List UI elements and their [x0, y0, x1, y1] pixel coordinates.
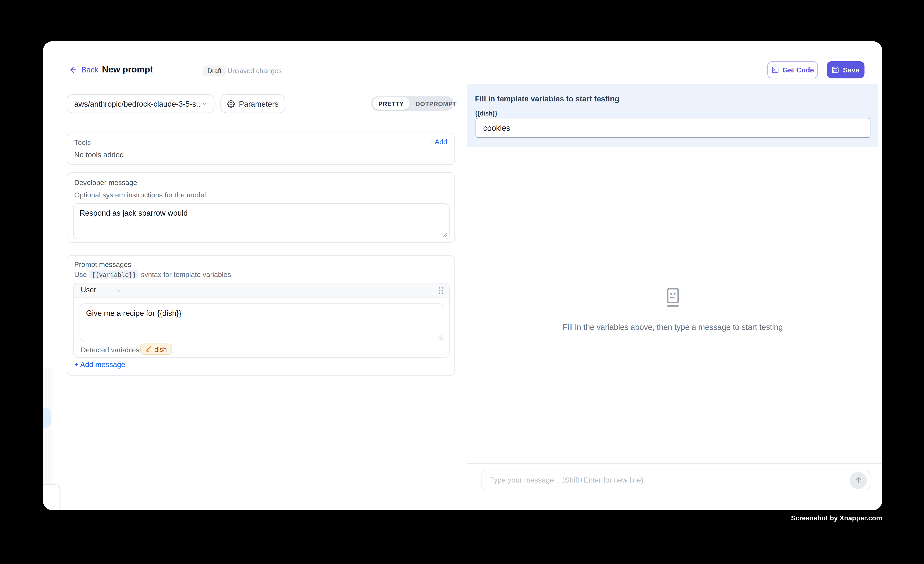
- detected-variables-label: Detected variables:: [81, 346, 141, 354]
- model-selector[interactable]: aws/anthropic/bedrock-claude-3-5-s...: [67, 94, 214, 113]
- prompt-messages-subtitle: Use {{variable}} syntax for template var…: [74, 270, 231, 279]
- unsaved-changes-text: Unsaved changes: [227, 67, 282, 74]
- screenshot-stage: Back New prompt Draft Unsaved changes Ge…: [0, 0, 924, 564]
- chat-message-input[interactable]: [482, 470, 835, 490]
- view-mode-toggle: PRETTY DOTPROMPT: [371, 96, 454, 111]
- variable-name-label: {{dish}}: [475, 110, 497, 117]
- watermark-text: Screenshot by Xnapper.com: [791, 514, 882, 522]
- terminal-icon: [771, 66, 779, 74]
- clipped-popover-card: [43, 484, 60, 510]
- message-textarea[interactable]: Give me a recipe for {{dish}}: [80, 304, 444, 340]
- tools-empty-text: No tools added: [74, 151, 124, 159]
- developer-message-title: Developer message: [74, 178, 137, 187]
- add-message-button[interactable]: + Add message: [74, 360, 125, 369]
- developer-message-textarea[interactable]: Respond as jack sparrow would: [74, 204, 449, 239]
- get-code-button[interactable]: Get Code: [767, 62, 818, 78]
- chat-empty-text: Fill in the variables above, then type a…: [467, 323, 878, 332]
- developer-message-card: Developer message Optional system instru…: [67, 172, 455, 243]
- arrow-up-icon: [854, 476, 862, 484]
- toggle-option-pretty[interactable]: PRETTY: [372, 97, 410, 110]
- parameters-label: Parameters: [239, 99, 279, 108]
- floppy-disk-icon: [832, 66, 839, 74]
- prompt-messages-card: Prompt messages Use {{variable}} syntax …: [67, 255, 455, 376]
- page-title: New prompt: [102, 64, 153, 74]
- chat-empty-state: Fill in the variables above, then type a…: [467, 288, 878, 332]
- chevron-down-icon: [201, 100, 208, 107]
- add-tool-button[interactable]: + Add: [429, 138, 447, 146]
- model-selector-value: aws/anthropic/bedrock-claude-3-5-s...: [74, 99, 201, 108]
- send-button[interactable]: [850, 472, 867, 489]
- role-selector[interactable]: User: [81, 286, 96, 294]
- prompt-messages-title: Prompt messages: [74, 260, 131, 268]
- back-button[interactable]: Back: [69, 65, 98, 74]
- status-badge: Draft: [202, 65, 226, 76]
- chevron-down-icon[interactable]: [115, 288, 122, 294]
- get-code-label: Get Code: [783, 66, 814, 74]
- variable-syntax-chip: {{variable}}: [89, 270, 139, 279]
- template-variables-panel: Fill in template variables to start test…: [467, 84, 878, 147]
- tools-card: Tools + Add No tools added: [67, 132, 455, 165]
- variable-chip-dish[interactable]: dish: [140, 344, 172, 355]
- clipped-selected-item: [43, 408, 51, 428]
- gear-icon: [227, 99, 235, 108]
- variable-value-input[interactable]: [476, 118, 870, 138]
- save-button[interactable]: Save: [827, 62, 865, 78]
- grip-dots-icon[interactable]: [438, 286, 444, 295]
- back-label: Back: [81, 65, 98, 74]
- tools-title: Tools: [74, 138, 91, 147]
- message-header: User: [74, 284, 449, 297]
- app-window: Back New prompt Draft Unsaved changes Ge…: [43, 41, 882, 510]
- chat-input-container: [481, 470, 870, 490]
- template-variables-title: Fill in template variables to start test…: [475, 94, 619, 103]
- developer-message-subtitle: Optional system instructions for the mod…: [74, 191, 206, 199]
- message-block: User Give me a recipe for {{dish}} Dete: [73, 283, 450, 358]
- parameters-button[interactable]: Parameters: [220, 94, 285, 113]
- arrow-left-icon: [69, 65, 78, 74]
- save-label: Save: [843, 66, 860, 74]
- detected-variables-row: Detected variables: dish: [74, 341, 449, 357]
- chat-divider: [466, 463, 882, 464]
- pencil-icon: [146, 346, 152, 352]
- robot-face-icon: [663, 288, 682, 308]
- toggle-option-dotprompt[interactable]: DOTPROMPT: [410, 97, 463, 110]
